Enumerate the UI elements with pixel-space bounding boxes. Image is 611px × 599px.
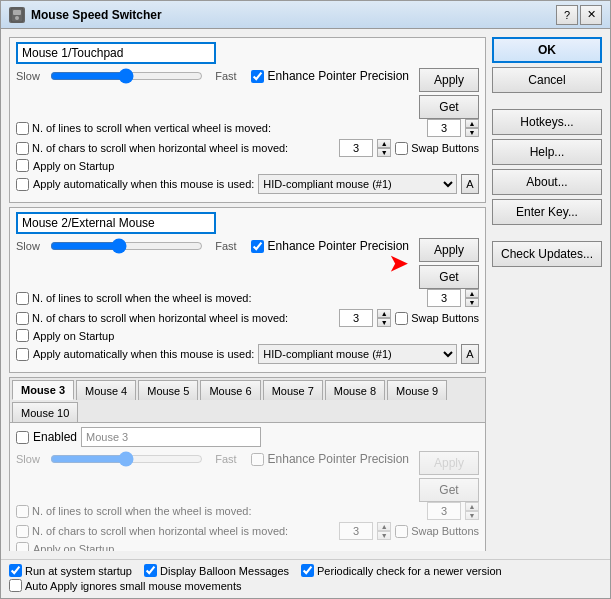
periodic-check-check[interactable] [301, 564, 314, 577]
mouse1-speed-slider[interactable] [50, 68, 203, 84]
cancel-btn[interactable]: Cancel [492, 67, 602, 93]
periodic-check-label: Periodically check for a newer version [317, 565, 502, 577]
mouse1-section: Slow Fast Enhance Pointer Precision Appl… [9, 37, 486, 203]
mouse2-scroll-h-input[interactable] [339, 309, 373, 327]
mouse1-auto-select[interactable]: HID-compliant mouse (#1) [258, 174, 457, 194]
mouse3-name-input[interactable] [81, 427, 261, 447]
mouse1-scroll-h-label: N. of chars to scroll when horizontal wh… [16, 142, 288, 155]
mouse1-apply-get: Apply Get [419, 68, 479, 119]
mouse1-swap-label: Swap Buttons [411, 142, 479, 154]
mouse3-scroll-v-check[interactable] [16, 505, 29, 518]
mouse2-get-btn[interactable]: Get [419, 265, 479, 289]
help-window-btn[interactable]: ? [556, 5, 578, 25]
display-balloon-check[interactable] [144, 564, 157, 577]
mouse3-scroll-v-input[interactable] [427, 502, 461, 520]
mouse1-enhance-check[interactable] [251, 70, 264, 83]
mouse1-scroll-h-up[interactable]: ▲ [377, 139, 391, 148]
mouse2-scroll-v-down[interactable]: ▼ [465, 298, 479, 307]
mouse1-name-input[interactable] [16, 42, 216, 64]
mouse1-get-btn[interactable]: Get [419, 95, 479, 119]
mouse2-speed-slider[interactable] [50, 238, 203, 254]
mouse3-swap-check[interactable] [395, 525, 408, 538]
mouse3-scroll-h-spin: ▲ ▼ [377, 522, 391, 540]
mouse3-scroll-h-up[interactable]: ▲ [377, 522, 391, 531]
title-bar: Mouse Speed Switcher ? ✕ [1, 1, 610, 29]
mouse3-startup-label: Apply on Startup [33, 543, 114, 552]
mouse3-slow-label: Slow [16, 453, 44, 465]
mouse1-scroll-v-down[interactable]: ▼ [465, 128, 479, 137]
tab-mouse6[interactable]: Mouse 6 [200, 380, 260, 400]
mouse2-scroll-h-down[interactable]: ▼ [377, 318, 391, 327]
mouse3-get-btn[interactable]: Get [419, 478, 479, 502]
mouse3-scroll-h-check[interactable] [16, 525, 29, 538]
mouse2-enhance-check[interactable] [251, 240, 264, 253]
auto-ignore-check[interactable] [9, 579, 22, 592]
close-window-btn[interactable]: ✕ [580, 5, 602, 25]
mouse1-auto-label: Apply automatically when this mouse is u… [33, 178, 254, 190]
mouse2-swap-label: Swap Buttons [411, 312, 479, 324]
mouse1-scroll-v-input[interactable] [427, 119, 461, 137]
mouse1-startup-check[interactable] [16, 159, 29, 172]
svg-point-2 [15, 16, 19, 20]
mouse2-enhance-label: Enhance Pointer Precision [268, 239, 409, 253]
check-updates-btn[interactable]: Check Updates... [492, 241, 602, 267]
mouse3-enabled-check[interactable] [16, 431, 29, 444]
mouse2-startup-check[interactable] [16, 329, 29, 342]
window-title: Mouse Speed Switcher [31, 8, 556, 22]
tab-mouse7[interactable]: Mouse 7 [263, 380, 323, 400]
periodic-check-row: Periodically check for a newer version [301, 564, 502, 577]
mouse2-apply-btn[interactable]: Apply [419, 238, 479, 262]
mouse2-swap-check[interactable] [395, 312, 408, 325]
mouse3-swap-label: Swap Buttons [411, 525, 479, 537]
mouse2-a-btn[interactable]: A [461, 344, 479, 364]
display-balloon-label: Display Balloon Messages [160, 565, 289, 577]
tab-mouse3[interactable]: Mouse 3 [12, 380, 74, 400]
mouse2-fast-label: Fast [209, 240, 237, 252]
tab-mouse8[interactable]: Mouse 8 [325, 380, 385, 400]
mouse1-scroll-v-up[interactable]: ▲ [465, 119, 479, 128]
mouse2-scroll-h-spin: ▲ ▼ [377, 309, 391, 327]
mouse2-scroll-v-up[interactable]: ▲ [465, 289, 479, 298]
mouse3-speed-slider[interactable] [50, 451, 203, 467]
tab-mouse3-content: Enabled Slow Fast [10, 423, 485, 551]
mouse2-startup-label: Apply on Startup [33, 330, 114, 342]
mouse2-scroll-v-check[interactable] [16, 292, 29, 305]
mouse3-scroll-v-label: N. of lines to scroll when the wheel is … [16, 505, 252, 518]
mouse3-apply-btn[interactable]: Apply [419, 451, 479, 475]
hotkeys-btn[interactable]: Hotkeys... [492, 109, 602, 135]
mouse1-scroll-h-down[interactable]: ▼ [377, 148, 391, 157]
mouse1-a-btn[interactable]: A [461, 174, 479, 194]
about-btn[interactable]: About... [492, 169, 602, 195]
mouse2-auto-select[interactable]: HID-compliant mouse (#1) [258, 344, 457, 364]
mouse1-fast-label: Fast [209, 70, 237, 82]
enter-key-btn[interactable]: Enter Key... [492, 199, 602, 225]
mouse2-name-input[interactable] [16, 212, 216, 234]
help-btn[interactable]: Help... [492, 139, 602, 165]
tab-mouse9[interactable]: Mouse 9 [387, 380, 447, 400]
tab-mouse4[interactable]: Mouse 4 [76, 380, 136, 400]
mouse1-scroll-v-check[interactable] [16, 122, 29, 135]
auto-ignore-row: Auto Apply ignores small mouse movements [9, 579, 241, 592]
mouse2-scroll-v-input[interactable] [427, 289, 461, 307]
run-startup-check[interactable] [9, 564, 22, 577]
tab-mouse5[interactable]: Mouse 5 [138, 380, 198, 400]
mouse1-swap-check[interactable] [395, 142, 408, 155]
mouse3-scroll-v-up[interactable]: ▲ [465, 502, 479, 511]
mouse3-startup-check[interactable] [16, 542, 29, 551]
mouse2-scroll-h-up[interactable]: ▲ [377, 309, 391, 318]
mouse1-apply-btn[interactable]: Apply [419, 68, 479, 92]
mouse2-auto-check[interactable] [16, 348, 29, 361]
mouse3-scroll-h-input[interactable] [339, 522, 373, 540]
window-content: Slow Fast Enhance Pointer Precision Appl… [1, 29, 610, 559]
tab-bar: Mouse 3 Mouse 4 Mouse 5 Mouse 6 Mouse 7 … [10, 378, 485, 423]
mouse2-scroll-h-check[interactable] [16, 312, 29, 325]
mouse3-enhance-check[interactable] [251, 453, 264, 466]
tab-mouse10[interactable]: Mouse 10 [12, 402, 78, 422]
mouse1-scroll-h-check[interactable] [16, 142, 29, 155]
ok-btn[interactable]: OK [492, 37, 602, 63]
mouse1-scroll-h-input[interactable] [339, 139, 373, 157]
mouse3-scroll-h-down[interactable]: ▼ [377, 531, 391, 540]
mouse1-auto-check[interactable] [16, 178, 29, 191]
mouse3-scroll-v-down[interactable]: ▼ [465, 511, 479, 520]
mouse1-scroll-v-label: N. of lines to scroll when vertical whee… [16, 122, 271, 135]
